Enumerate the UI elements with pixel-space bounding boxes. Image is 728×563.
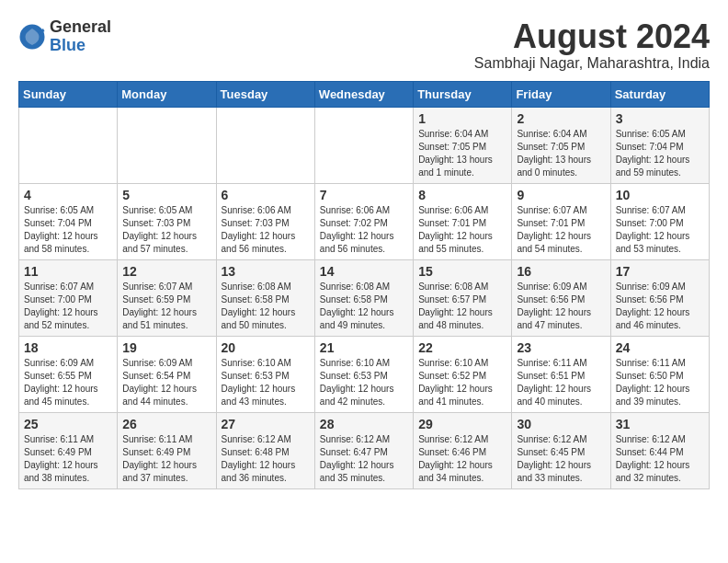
day-number: 4 [24, 188, 112, 202]
header-tuesday: Tuesday [216, 81, 314, 107]
calendar-week-5: 25Sunrise: 6:11 AM Sunset: 6:49 PM Dayli… [19, 412, 710, 488]
header-wednesday: Wednesday [314, 81, 413, 107]
day-number: 9 [517, 188, 605, 202]
day-info: Sunrise: 6:05 AM Sunset: 7:03 PM Dayligh… [122, 204, 210, 256]
calendar-cell: 15Sunrise: 6:08 AM Sunset: 6:57 PM Dayli… [414, 259, 512, 336]
day-info: Sunrise: 6:07 AM Sunset: 7:00 PM Dayligh… [616, 204, 704, 256]
calendar-cell: 6Sunrise: 6:06 AM Sunset: 7:03 PM Daylig… [216, 183, 314, 259]
logo-icon [18, 23, 46, 51]
day-number: 14 [320, 264, 408, 279]
day-number: 22 [418, 340, 506, 355]
calendar-week-1: 1Sunrise: 6:04 AM Sunset: 7:05 PM Daylig… [19, 107, 710, 183]
day-number: 24 [616, 340, 704, 355]
day-info: Sunrise: 6:08 AM Sunset: 6:57 PM Dayligh… [418, 281, 506, 332]
calendar-cell: 22Sunrise: 6:10 AM Sunset: 6:52 PM Dayli… [414, 336, 512, 412]
day-number: 16 [517, 264, 605, 279]
day-info: Sunrise: 6:11 AM Sunset: 6:50 PM Dayligh… [616, 357, 704, 408]
day-info: Sunrise: 6:09 AM Sunset: 6:55 PM Dayligh… [24, 357, 112, 408]
day-number: 11 [24, 264, 112, 279]
calendar-cell: 3Sunrise: 6:05 AM Sunset: 7:04 PM Daylig… [610, 107, 709, 183]
day-info: Sunrise: 6:06 AM Sunset: 7:01 PM Dayligh… [418, 204, 506, 256]
calendar-table: SundayMondayTuesdayWednesdayThursdayFrid… [18, 81, 710, 489]
calendar-cell: 26Sunrise: 6:11 AM Sunset: 6:49 PM Dayli… [118, 412, 216, 488]
day-number: 1 [418, 111, 506, 126]
calendar-cell: 9Sunrise: 6:07 AM Sunset: 7:01 PM Daylig… [512, 183, 610, 259]
day-number: 12 [122, 264, 210, 279]
calendar-cell: 17Sunrise: 6:09 AM Sunset: 6:56 PM Dayli… [610, 259, 709, 336]
calendar-cell: 19Sunrise: 6:09 AM Sunset: 6:54 PM Dayli… [118, 336, 216, 412]
day-number: 18 [24, 340, 112, 355]
calendar-cell [216, 107, 314, 183]
day-number: 28 [320, 417, 408, 431]
day-info: Sunrise: 6:10 AM Sunset: 6:53 PM Dayligh… [222, 357, 310, 408]
day-info: Sunrise: 6:12 AM Sunset: 6:47 PM Dayligh… [320, 433, 408, 485]
calendar-cell: 23Sunrise: 6:11 AM Sunset: 6:51 PM Dayli… [512, 336, 610, 412]
day-number: 26 [122, 417, 210, 431]
calendar-cell: 5Sunrise: 6:05 AM Sunset: 7:03 PM Daylig… [118, 183, 216, 259]
calendar-cell: 11Sunrise: 6:07 AM Sunset: 7:00 PM Dayli… [19, 259, 118, 336]
header-saturday: Saturday [610, 81, 709, 107]
day-number: 27 [222, 417, 310, 431]
day-info: Sunrise: 6:12 AM Sunset: 6:44 PM Dayligh… [616, 433, 704, 485]
calendar-cell: 7Sunrise: 6:06 AM Sunset: 7:02 PM Daylig… [314, 183, 413, 259]
logo: General Blue [18, 18, 111, 55]
day-number: 31 [616, 417, 704, 431]
day-info: Sunrise: 6:10 AM Sunset: 6:52 PM Dayligh… [418, 357, 506, 408]
calendar-cell [118, 107, 216, 183]
day-number: 20 [222, 340, 310, 355]
day-info: Sunrise: 6:05 AM Sunset: 7:04 PM Dayligh… [24, 204, 112, 256]
calendar-cell: 25Sunrise: 6:11 AM Sunset: 6:49 PM Dayli… [19, 412, 118, 488]
day-number: 5 [122, 188, 210, 202]
day-info: Sunrise: 6:09 AM Sunset: 6:56 PM Dayligh… [616, 281, 704, 332]
calendar-cell [314, 107, 413, 183]
calendar-cell: 29Sunrise: 6:12 AM Sunset: 6:46 PM Dayli… [414, 412, 512, 488]
calendar-cell: 12Sunrise: 6:07 AM Sunset: 6:59 PM Dayli… [118, 259, 216, 336]
month-year-title: August 2024 [474, 18, 710, 55]
day-number: 23 [517, 340, 605, 355]
day-number: 13 [222, 264, 310, 279]
calendar-header-row: SundayMondayTuesdayWednesdayThursdayFrid… [19, 81, 710, 107]
calendar-cell: 21Sunrise: 6:10 AM Sunset: 6:53 PM Dayli… [314, 336, 413, 412]
calendar-cell: 28Sunrise: 6:12 AM Sunset: 6:47 PM Dayli… [314, 412, 413, 488]
calendar-cell: 10Sunrise: 6:07 AM Sunset: 7:00 PM Dayli… [610, 183, 709, 259]
day-info: Sunrise: 6:05 AM Sunset: 7:04 PM Dayligh… [616, 128, 704, 179]
day-info: Sunrise: 6:11 AM Sunset: 6:51 PM Dayligh… [517, 357, 605, 408]
calendar-cell: 1Sunrise: 6:04 AM Sunset: 7:05 PM Daylig… [414, 107, 512, 183]
day-info: Sunrise: 6:08 AM Sunset: 6:58 PM Dayligh… [320, 281, 408, 332]
day-number: 6 [222, 188, 310, 202]
calendar-cell: 8Sunrise: 6:06 AM Sunset: 7:01 PM Daylig… [414, 183, 512, 259]
calendar-cell: 13Sunrise: 6:08 AM Sunset: 6:58 PM Dayli… [216, 259, 314, 336]
day-info: Sunrise: 6:11 AM Sunset: 6:49 PM Dayligh… [122, 433, 210, 485]
calendar-cell: 30Sunrise: 6:12 AM Sunset: 6:45 PM Dayli… [512, 412, 610, 488]
calendar-week-3: 11Sunrise: 6:07 AM Sunset: 7:00 PM Dayli… [19, 259, 710, 336]
day-info: Sunrise: 6:12 AM Sunset: 6:46 PM Dayligh… [418, 433, 506, 485]
day-info: Sunrise: 6:08 AM Sunset: 6:58 PM Dayligh… [222, 281, 310, 332]
day-number: 19 [122, 340, 210, 355]
day-info: Sunrise: 6:07 AM Sunset: 7:00 PM Dayligh… [24, 281, 112, 332]
day-info: Sunrise: 6:12 AM Sunset: 6:45 PM Dayligh… [517, 433, 605, 485]
day-number: 25 [24, 417, 112, 431]
header-monday: Monday [118, 81, 216, 107]
day-info: Sunrise: 6:07 AM Sunset: 7:01 PM Dayligh… [517, 204, 605, 256]
calendar-cell: 2Sunrise: 6:04 AM Sunset: 7:05 PM Daylig… [512, 107, 610, 183]
day-number: 2 [517, 111, 605, 126]
day-info: Sunrise: 6:09 AM Sunset: 6:56 PM Dayligh… [517, 281, 605, 332]
calendar-cell: 16Sunrise: 6:09 AM Sunset: 6:56 PM Dayli… [512, 259, 610, 336]
day-info: Sunrise: 6:11 AM Sunset: 6:49 PM Dayligh… [24, 433, 112, 485]
logo-text: General Blue [50, 18, 111, 55]
header-sunday: Sunday [19, 81, 118, 107]
calendar-cell: 24Sunrise: 6:11 AM Sunset: 6:50 PM Dayli… [610, 336, 709, 412]
header-friday: Friday [512, 81, 610, 107]
day-info: Sunrise: 6:12 AM Sunset: 6:48 PM Dayligh… [222, 433, 310, 485]
calendar-cell: 31Sunrise: 6:12 AM Sunset: 6:44 PM Dayli… [610, 412, 709, 488]
day-number: 17 [616, 264, 704, 279]
calendar-cell: 4Sunrise: 6:05 AM Sunset: 7:04 PM Daylig… [19, 183, 118, 259]
calendar-cell [19, 107, 118, 183]
title-block: August 2024 Sambhaji Nagar, Maharashtra,… [474, 18, 710, 72]
day-info: Sunrise: 6:07 AM Sunset: 6:59 PM Dayligh… [122, 281, 210, 332]
logo-blue: Blue [50, 37, 111, 55]
day-number: 8 [418, 188, 506, 202]
day-info: Sunrise: 6:04 AM Sunset: 7:05 PM Dayligh… [517, 128, 605, 179]
day-info: Sunrise: 6:10 AM Sunset: 6:53 PM Dayligh… [320, 357, 408, 408]
calendar-cell: 14Sunrise: 6:08 AM Sunset: 6:58 PM Dayli… [314, 259, 413, 336]
